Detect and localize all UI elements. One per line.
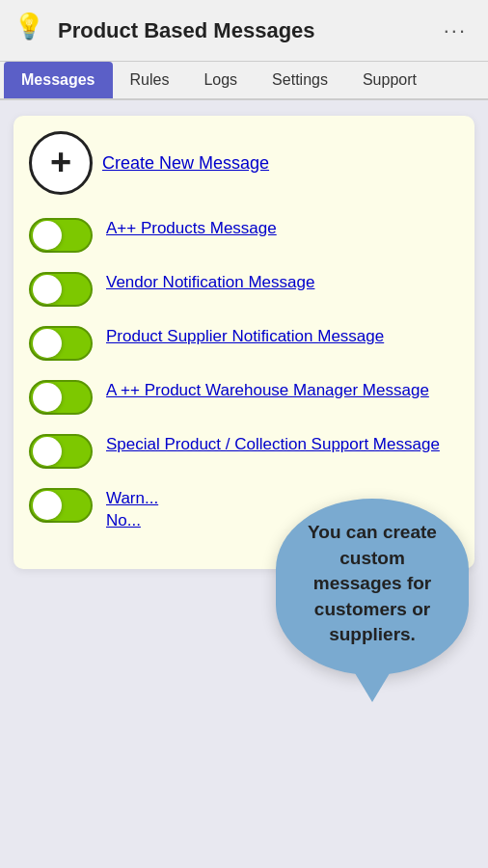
message-item-1[interactable]: A++ Products Message — [29, 216, 459, 253]
toggle-knob-2 — [33, 275, 62, 304]
message-item-5[interactable]: Special Product / Collection Support Mes… — [29, 432, 459, 469]
toggle-knob-6 — [33, 491, 62, 520]
tab-rules[interactable]: Rules — [113, 62, 187, 98]
toggle-knob-3 — [33, 329, 62, 358]
message-label-4[interactable]: A ++ Product Warehouse Manager Message — [106, 378, 429, 402]
app-icon: 💡 — [14, 14, 48, 48]
toggle-1[interactable] — [29, 218, 93, 253]
toggle-6[interactable] — [29, 488, 93, 523]
tab-messages[interactable]: Messages — [4, 62, 113, 98]
app-title: Product Based Messages — [58, 18, 436, 43]
toggle-3[interactable] — [29, 326, 93, 361]
toggle-2[interactable] — [29, 272, 93, 307]
tab-support[interactable]: Support — [345, 62, 434, 98]
message-item-3[interactable]: Product Supplier Notification Message — [29, 324, 459, 361]
plus-icon: + — [50, 144, 71, 180]
nav-tabs: Messages Rules Logs Settings Support — [0, 62, 488, 100]
create-new-message-label[interactable]: Create New Message — [102, 153, 269, 174]
message-label-2[interactable]: Vendor Notification Message — [106, 270, 314, 294]
message-item-4[interactable]: A ++ Product Warehouse Manager Message — [29, 378, 459, 415]
message-label-6[interactable]: Warn...No... — [106, 486, 158, 532]
message-item-2[interactable]: Vendor Notification Message — [29, 270, 459, 307]
messages-card: + Create New Message A++ Products Messag… — [14, 116, 474, 569]
toggle-4[interactable] — [29, 380, 93, 415]
toggle-knob-4 — [33, 383, 62, 412]
toggle-5[interactable] — [29, 434, 93, 469]
tooltip-text: You can create custom messages for custo… — [293, 520, 451, 648]
header-menu-button[interactable]: ··· — [436, 14, 474, 47]
toggle-knob-1 — [33, 221, 62, 250]
toggle-knob-5 — [33, 437, 62, 466]
create-new-message-row[interactable]: + Create New Message — [29, 131, 459, 195]
message-label-1[interactable]: A++ Products Message — [106, 216, 277, 240]
app-header: 💡 Product Based Messages ··· — [0, 0, 488, 62]
create-circle-icon: + — [29, 131, 93, 195]
message-label-5[interactable]: Special Product / Collection Support Mes… — [106, 432, 440, 456]
tab-settings[interactable]: Settings — [255, 62, 345, 98]
tab-logs[interactable]: Logs — [186, 62, 255, 98]
message-label-3[interactable]: Product Supplier Notification Message — [106, 324, 384, 348]
tooltip-bubble: You can create custom messages for custo… — [276, 499, 469, 675]
